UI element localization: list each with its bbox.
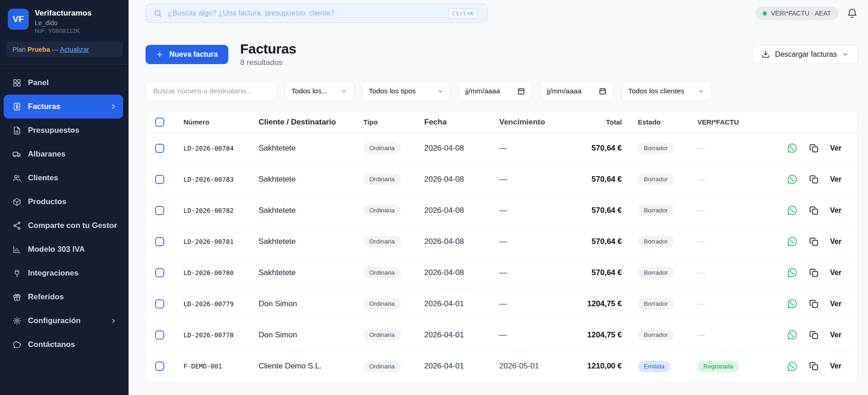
whatsapp-icon[interactable] xyxy=(787,173,798,185)
whatsapp-icon[interactable] xyxy=(787,361,798,372)
chevron-down-icon xyxy=(340,88,347,95)
sidebar-item-facturas[interactable]: Facturas xyxy=(4,95,123,119)
sidebar-item-modelo-303-iva[interactable]: Modelo 303 IVA xyxy=(4,238,123,261)
copy-icon[interactable] xyxy=(809,299,819,309)
invoice-type-badge: Ordinaria xyxy=(363,361,401,372)
invoice-client: Cliente Demo S.L. xyxy=(251,362,361,371)
select-all-checkbox[interactable] xyxy=(155,118,164,127)
invoice-due-date: — xyxy=(494,330,571,340)
notifications-bell-icon[interactable] xyxy=(846,8,858,19)
whatsapp-icon[interactable] xyxy=(787,142,798,154)
sidebar-header: VF Verifacturamos Le_dido NIF: Y0808112K xyxy=(0,0,129,38)
copy-icon[interactable] xyxy=(809,174,819,184)
view-link[interactable]: Ver xyxy=(830,175,841,184)
view-link[interactable]: Ver xyxy=(830,269,841,277)
invoice-row: LD-2026-00784 Sakhtetete Ordinaria 2026-… xyxy=(146,133,857,164)
sidebar-item-label: Modelo 303 IVA xyxy=(25,244,117,254)
sidebar-item-label: Albaranes xyxy=(25,149,117,159)
copy-icon[interactable] xyxy=(809,237,819,247)
row-checkbox[interactable] xyxy=(155,206,164,215)
view-link[interactable]: Ver xyxy=(830,144,841,152)
view-link[interactable]: Ver xyxy=(830,331,841,339)
invoice-client: Sakhtetete xyxy=(251,175,361,184)
sidebar-item-contactanos[interactable]: Contáctanos xyxy=(4,333,123,357)
new-invoice-label: Nueva factura xyxy=(169,50,218,59)
invoice-row: LD-2026-00781 Sakhtetete Ordinaria 2026-… xyxy=(146,226,857,257)
calendar-icon xyxy=(598,87,607,95)
invoice-row: LD-2026-00782 Sakhtetete Ordinaria 2026-… xyxy=(146,195,857,226)
invoice-number: LD-2026-00782 xyxy=(179,207,251,214)
status-filter-value: Todos los... xyxy=(291,87,327,95)
invoice-client: Don Simon xyxy=(251,299,361,308)
status-badge-text: VERI*FACTU · AEAT xyxy=(771,10,831,17)
filter-search-input[interactable] xyxy=(146,81,277,101)
copy-icon[interactable] xyxy=(809,361,819,371)
whatsapp-icon[interactable] xyxy=(787,267,798,278)
copy-icon[interactable] xyxy=(809,143,819,153)
header-total: Total xyxy=(571,118,622,126)
date-to-input[interactable]: jj/mm/aaaa xyxy=(540,81,614,101)
row-checkbox[interactable] xyxy=(155,330,164,340)
client-filter-select[interactable]: Todos los clientes xyxy=(621,81,712,101)
row-checkbox[interactable] xyxy=(155,175,164,184)
global-search-input[interactable] xyxy=(167,9,443,18)
view-link[interactable]: Ver xyxy=(830,238,841,246)
row-checkbox[interactable] xyxy=(155,299,164,308)
invoice-total: 570,64 € xyxy=(571,268,622,277)
download-invoices-button[interactable]: Descargar facturas xyxy=(752,45,858,64)
copy-icon[interactable] xyxy=(809,268,819,278)
copy-icon[interactable] xyxy=(809,206,819,216)
invoice-total: 570,64 € xyxy=(571,144,622,153)
view-link[interactable]: Ver xyxy=(830,362,841,370)
invoice-total: 1204,75 € xyxy=(571,299,622,308)
status-badge: Borrador xyxy=(638,298,674,309)
sidebar-item-panel[interactable]: Panel xyxy=(4,71,123,95)
row-checkbox[interactable] xyxy=(155,362,164,371)
invoice-due-date: — xyxy=(494,268,571,277)
sidebar-item-productos[interactable]: Productos xyxy=(4,190,123,214)
header-due: Vencimiento xyxy=(494,118,571,127)
verifactu-badge: Registrada xyxy=(697,361,739,372)
sidebar-item-albaranes[interactable]: Albaranes xyxy=(4,142,123,166)
invoice-type-badge: Ordinaria xyxy=(363,142,401,154)
invoice-number: LD-2026-00783 xyxy=(179,176,251,183)
sidebar-item-label: Integraciones xyxy=(25,268,117,278)
copy-icon[interactable] xyxy=(809,330,819,340)
invoice-total: 1210,00 € xyxy=(571,362,622,371)
sidebar-item-configuracion[interactable]: Configuración xyxy=(4,309,123,333)
account-info: Verifacturamos Le_dido NIF: Y0808112K xyxy=(35,9,92,34)
invoice-table-body: LD-2026-00784 Sakhtetete Ordinaria 2026-… xyxy=(146,133,857,382)
status-badge: Borrador xyxy=(638,142,674,154)
invoice-date: 2026-04-08 xyxy=(421,268,494,277)
date-from-input[interactable]: jj/mm/aaaa xyxy=(458,81,532,101)
invoices-table: Número Cliente / Destinatario Tipo Fecha… xyxy=(146,111,858,382)
new-invoice-button[interactable]: Nueva factura xyxy=(146,45,228,64)
row-checkbox[interactable] xyxy=(155,237,164,246)
sidebar-item-clientes[interactable]: Clientes xyxy=(4,166,123,190)
view-link[interactable]: Ver xyxy=(830,206,841,215)
gear-icon xyxy=(12,316,22,325)
whatsapp-icon[interactable] xyxy=(787,298,798,309)
status-filter-select[interactable]: Todos los... xyxy=(285,81,354,101)
sidebar-item-comparte-con-tu-gestor[interactable]: Comparte con tu Gestor xyxy=(4,214,123,238)
whatsapp-icon[interactable] xyxy=(787,236,798,247)
search-icon xyxy=(153,9,162,18)
row-checkbox[interactable] xyxy=(155,268,164,277)
status-badge: Borrador xyxy=(638,236,674,247)
header-verifactu: VERI*FACTU xyxy=(686,118,768,126)
whatsapp-icon[interactable] xyxy=(787,329,798,341)
sidebar-item-integraciones[interactable]: Integraciones xyxy=(4,261,123,285)
topbar-right: VERI*FACTU · AEAT xyxy=(755,6,858,20)
invoice-client: Don Simon xyxy=(251,330,361,340)
global-search[interactable]: Ctrl+K xyxy=(146,4,487,23)
sidebar-item-presupuestos[interactable]: Presupuestos xyxy=(4,119,123,142)
gift-icon xyxy=(12,292,22,302)
upgrade-link[interactable]: Actualizar xyxy=(60,46,89,53)
row-checkbox[interactable] xyxy=(155,144,164,153)
view-link[interactable]: Ver xyxy=(830,300,841,308)
invoice-due-date: — xyxy=(494,144,571,153)
type-filter-select[interactable]: Todos los tipos xyxy=(362,81,451,101)
sidebar-item-referidos[interactable]: Referidos xyxy=(4,285,123,309)
whatsapp-icon[interactable] xyxy=(787,205,798,216)
sidebar-item-label: Clientes xyxy=(25,173,117,183)
